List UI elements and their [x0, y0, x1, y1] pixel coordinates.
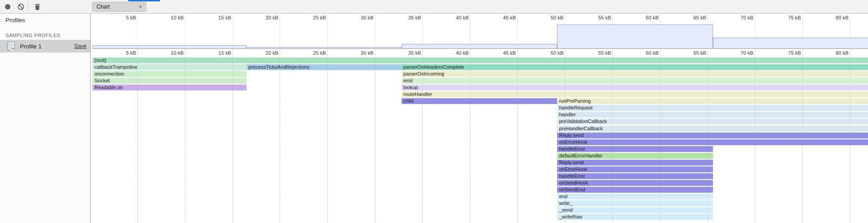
gridline-10kb — [185, 49, 185, 223]
clear-profiles-button[interactable] — [15, 2, 26, 12]
toolbar-separator — [28, 3, 29, 11]
gridline-75kb — [802, 49, 803, 223]
profile-name: Profile 1 — [20, 43, 74, 50]
flame-bar-(root)[interactable]: (root) — [92, 57, 868, 63]
active-tab-indicator — [128, 0, 160, 1]
flame-bar-Socket[interactable]: Socket — [92, 78, 247, 84]
overview-tick-label-25kb: 25 kB — [297, 15, 326, 20]
overview-tick-label-5kb: 5 kB — [107, 15, 136, 20]
flame-bar-write_[interactable]: write_ — [557, 200, 713, 206]
flame-bar-handleRequest[interactable]: handleRequest — [557, 105, 868, 111]
flame-bar-Reply.send[interactable]: Reply.send — [557, 133, 868, 138]
overview-tick-label-20kb: 20 kB — [249, 15, 278, 20]
overview-tick-label-40kb: 40 kB — [440, 15, 469, 20]
gridline-60kb — [660, 49, 660, 223]
sidebar-title: Profiles — [0, 14, 90, 29]
overview-tick-label-50kb: 50 kB — [534, 15, 563, 20]
overview-tick-label-10kb: 10 kB — [155, 15, 184, 20]
delete-profile-button[interactable] — [32, 2, 43, 12]
overview-tick-label-45kb: 45 kB — [487, 15, 516, 20]
gridline-65kb — [708, 49, 708, 223]
profiler-toolbar: Chart ▼ — [0, 0, 868, 14]
flame-bar-defaultErrorHandler[interactable]: defaultErrorHandler — [557, 153, 713, 159]
gridline-15kb — [233, 49, 233, 223]
sidebar-item-profile-1[interactable]: % Profile 1 Save — [0, 40, 90, 52]
overview-tick-label-65kb: 65 kB — [677, 15, 706, 20]
overview-tick-label-60kb: 60 kB — [630, 15, 659, 20]
clear-profiles-icon — [17, 3, 24, 10]
flamechart: (root)callbackTrampolineprocessTicksAndR… — [92, 49, 868, 223]
save-profile-link[interactable]: Save — [74, 43, 87, 49]
flame-bar-preValidationCallback[interactable]: preValidationCallback — [557, 119, 868, 124]
flame-bar-runPreParsing[interactable]: runPreParsing — [557, 98, 868, 104]
record-button[interactable] — [2, 2, 13, 12]
allocation-overview[interactable]: 5 kB10 kB15 kB20 kB25 kB30 kB35 kB40 kB4… — [92, 14, 868, 49]
overview-tick-label-30kb: 30 kB — [344, 15, 373, 20]
flame-bar-handleError[interactable]: handleError — [557, 146, 713, 152]
overview-tick-label-15kb: 15 kB — [202, 15, 231, 20]
flame-bar-callbackTrampoline[interactable]: callbackTrampoline — [92, 64, 247, 70]
overview-axis-ticks: 5 kB10 kB15 kB20 kB25 kB30 kB35 kB40 kB4… — [92, 15, 868, 21]
flame-bar-child[interactable]: child — [402, 98, 558, 104]
gridline-25kb — [327, 49, 328, 223]
gridline-30kb — [375, 49, 375, 223]
gridline-50kb — [565, 49, 565, 223]
flame-bar-routeHandler[interactable]: routeHandler — [402, 91, 868, 97]
flame-bar-end[interactable]: end — [557, 194, 713, 199]
chevron-down-icon: ▼ — [139, 5, 146, 9]
gridline-20kb — [280, 49, 280, 223]
gridline-80kb — [850, 49, 850, 223]
overview-area-segment-1 — [247, 47, 402, 48]
flame-bar-_writeRaw[interactable]: _writeRaw — [557, 214, 713, 220]
record-icon — [5, 4, 10, 9]
sampling-profiles-heading: SAMPLING PROFILES — [0, 29, 90, 40]
flame-bar-preHandlerCallback[interactable]: preHandlerCallback — [557, 126, 868, 132]
flame-bar-Readable.on[interactable]: Readable.on — [92, 85, 247, 90]
gridline-45kb — [517, 49, 518, 223]
overview-area-segment-0 — [92, 45, 247, 48]
flame-bar-emit[interactable]: emit — [402, 78, 868, 84]
profiles-sidebar: Profiles SAMPLING PROFILES % Profile 1 S… — [0, 14, 91, 223]
gridline-5kb — [137, 49, 138, 223]
gridline-70kb — [755, 49, 755, 223]
flame-bar-onconnection[interactable]: onconnection — [92, 71, 247, 77]
flame-bar-onErrorHook[interactable]: onErrorHook — [557, 166, 713, 172]
flame-bar-handler[interactable]: handler — [557, 112, 868, 118]
trash-icon — [34, 3, 41, 10]
overview-area-segment-4 — [713, 38, 868, 48]
overview-area-segment-2 — [402, 44, 558, 48]
gridline-40kb — [470, 49, 470, 223]
overview-tick-label-75kb: 75 kB — [772, 15, 801, 20]
flame-bar-_send[interactable]: _send — [557, 207, 713, 213]
flame-bar-onSendHook[interactable]: onSendHook — [557, 180, 713, 186]
overview-area-segment-3 — [557, 24, 713, 48]
flame-bar-onSendEnd[interactable]: onSendEnd — [557, 187, 713, 193]
flame-bar-lookup[interactable]: lookup — [402, 85, 868, 90]
flame-bar-Reply.send[interactable]: Reply.send — [557, 160, 713, 166]
flame-bar-parserOnHeadersComplete[interactable]: parserOnHeadersComplete — [402, 64, 868, 70]
profile-document-icon: % — [7, 42, 15, 51]
gridline-55kb — [612, 49, 613, 223]
flame-bar-handleError[interactable]: handleError — [557, 173, 713, 179]
overview-tick-label-80kb: 80 kB — [820, 15, 849, 20]
devtools-memory-panel: Chart ▼ Profiles SAMPLING PROFILES % Pro… — [0, 0, 868, 223]
allocation-chart-area: 5 kB10 kB15 kB20 kB25 kB30 kB35 kB40 kB4… — [92, 14, 868, 223]
view-mode-select[interactable]: Chart ▼ — [92, 2, 146, 12]
flame-bar-parserOnIncoming[interactable]: parserOnIncoming — [402, 71, 868, 77]
flame-bar-onErrorHook[interactable]: onErrorHook — [557, 139, 868, 145]
overview-tick-label-70kb: 70 kB — [724, 15, 753, 20]
gridline-35kb — [422, 49, 423, 223]
flame-bar-processTicksAndRejections[interactable]: processTicksAndRejections — [247, 64, 402, 70]
overview-tick-label-55kb: 55 kB — [582, 15, 611, 20]
view-mode-value: Chart — [92, 4, 139, 10]
overview-tick-label-35kb: 35 kB — [392, 15, 421, 20]
